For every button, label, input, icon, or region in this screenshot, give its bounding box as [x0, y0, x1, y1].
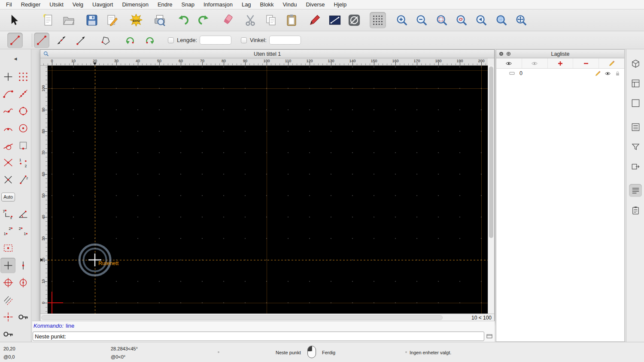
plus-red-button[interactable] — [548, 58, 574, 68]
line-corner-button[interactable] — [7, 33, 23, 48]
restrict-vertical-button[interactable] — [15, 258, 30, 273]
snap-hatch-button[interactable] — [0, 292, 15, 308]
command-dock-toggle-icon[interactable] — [486, 333, 493, 340]
cut-button[interactable] — [242, 12, 258, 28]
menu-lag[interactable]: Lag — [242, 1, 251, 8]
relative-zero-vline-button[interactable] — [15, 275, 30, 290]
pencil-yellow-button[interactable] — [599, 58, 624, 68]
palette-collapse-button[interactable]: ◀ — [0, 49, 31, 68]
length-input[interactable] — [200, 36, 231, 45]
delete-entities-button[interactable] — [219, 12, 236, 28]
new-file-button[interactable] — [40, 12, 57, 28]
zoom-previous-button[interactable] — [473, 12, 489, 28]
grid-toggle-button[interactable] — [370, 12, 386, 28]
dock-blank-button[interactable] — [629, 97, 642, 109]
line-ray-button[interactable] — [73, 33, 89, 48]
vertical-scrollbar-thumb[interactable] — [489, 66, 493, 238]
menu-hjelp[interactable]: Hjelp — [334, 1, 347, 8]
horizontal-scrollbar-thumb[interactable] — [41, 315, 443, 320]
detach-icon[interactable] — [506, 51, 511, 57]
circle-visibility-button[interactable] — [346, 12, 362, 28]
drawing-window-titlebar[interactable]: Uten tittel 1 — [40, 50, 494, 58]
menu-fil[interactable]: Fil — [6, 1, 12, 8]
relative-zero-cross-button[interactable] — [0, 275, 15, 290]
snap-angle-button[interactable]: 2 — [15, 172, 30, 187]
snap-order-button[interactable]: 12 — [15, 155, 30, 170]
dock-filter-button[interactable] — [629, 140, 642, 153]
undo-segment-button[interactable] — [122, 33, 138, 48]
zoom-in-button[interactable] — [394, 12, 410, 28]
snap-intersection-button[interactable] — [0, 155, 15, 170]
snap-endpoint-button[interactable] — [0, 86, 15, 102]
pen-attributes-button[interactable] — [307, 12, 323, 28]
dock-library-button[interactable] — [629, 77, 642, 90]
order-1-2-button[interactable]: 12 — [0, 223, 15, 239]
line-2p-button[interactable] — [34, 33, 49, 48]
snap-grid-button[interactable] — [15, 69, 30, 84]
dock-clipboard-button[interactable] — [629, 204, 642, 217]
set-relative-zero-button[interactable] — [0, 309, 15, 325]
redo-segment-button[interactable] — [142, 33, 158, 48]
snap-on-entity-button[interactable] — [15, 86, 30, 102]
lock-relative-zero-button[interactable] — [15, 309, 30, 325]
menu-blokk[interactable]: Blokk — [260, 1, 274, 8]
snap-middle-button[interactable] — [15, 121, 30, 136]
dock-block-button[interactable] — [629, 57, 642, 70]
menu-vindu[interactable]: Vindu — [283, 1, 297, 8]
snap-arc-center-button[interactable] — [0, 121, 15, 136]
length-checkbox[interactable] — [168, 37, 174, 43]
svg-export-button[interactable]: SVG — [128, 12, 144, 28]
snap-tangent-button[interactable] — [0, 138, 15, 153]
select-window-button[interactable] — [0, 241, 15, 256]
zoom-auto-button[interactable] — [434, 12, 450, 28]
menu-velg[interactable]: Velg — [73, 1, 83, 8]
angle-input[interactable] — [269, 36, 301, 45]
dock-export-button[interactable] — [629, 160, 642, 173]
snap-intersection-manual-button[interactable] — [0, 172, 15, 187]
select-arrow-button[interactable] — [6, 12, 22, 28]
menu-snap[interactable]: Snap — [182, 1, 194, 8]
restrict-angle-button[interactable] — [15, 206, 30, 222]
edit-document-button[interactable] — [104, 12, 120, 28]
undo-button[interactable] — [175, 12, 191, 28]
zoom-pan-button[interactable] — [513, 12, 529, 28]
menu-dimensjon[interactable]: Dimensjon — [122, 1, 148, 8]
menu-utsikt[interactable]: Utsikt — [49, 1, 64, 8]
open-file-button[interactable] — [61, 12, 77, 28]
save-file-button[interactable] — [84, 12, 100, 28]
zoom-out-button[interactable] — [413, 12, 430, 28]
command-input[interactable]: Neste punkt: — [33, 332, 484, 341]
paste-button[interactable] — [283, 12, 300, 28]
draft-line-button[interactable] — [327, 12, 343, 28]
redo-button[interactable] — [195, 12, 212, 28]
layer-row[interactable]: 0 — [496, 69, 624, 78]
snap-free-button[interactable] — [0, 69, 15, 84]
line-polygon-button[interactable] — [98, 33, 113, 48]
menu-endre[interactable]: Endre — [158, 1, 173, 8]
snap-circle-button[interactable] — [15, 103, 30, 119]
angle-checkbox[interactable] — [241, 37, 247, 43]
print-preview-button[interactable] — [152, 12, 168, 28]
minus-red-button[interactable] — [573, 58, 599, 68]
menu-diverse[interactable]: Diverse — [306, 1, 325, 8]
restrict-orthogonal-button[interactable]: yx — [0, 206, 15, 222]
line-angle-button[interactable] — [54, 33, 69, 48]
snap-plus-button[interactable] — [0, 258, 15, 273]
zoom-redraw-button[interactable] — [453, 12, 470, 28]
auto-snap-button[interactable]: Auto — [1, 193, 15, 202]
dock-command-button[interactable] — [629, 184, 642, 197]
horizontal-scrollbar[interactable]: 10 < 100 — [40, 314, 494, 321]
order-2-1-button[interactable]: 21 — [15, 223, 30, 239]
vertical-scrollbar[interactable] — [488, 66, 494, 314]
menu-uavgjort[interactable]: Uavgjort — [92, 1, 113, 8]
menu-informasjon[interactable]: Informasjon — [204, 1, 233, 8]
close-icon[interactable] — [498, 51, 504, 57]
copy-button[interactable] — [263, 12, 279, 28]
menu-rediger[interactable]: Rediger — [21, 1, 41, 8]
eye-gray-button[interactable] — [522, 58, 548, 68]
eye-dark-button[interactable] — [496, 58, 522, 68]
dock-list-button[interactable] — [629, 121, 642, 133]
snap-distance-button[interactable] — [15, 138, 30, 153]
snap-nearest-button[interactable] — [0, 103, 15, 119]
drawing-canvas[interactable]: Rutenett — [48, 66, 489, 314]
